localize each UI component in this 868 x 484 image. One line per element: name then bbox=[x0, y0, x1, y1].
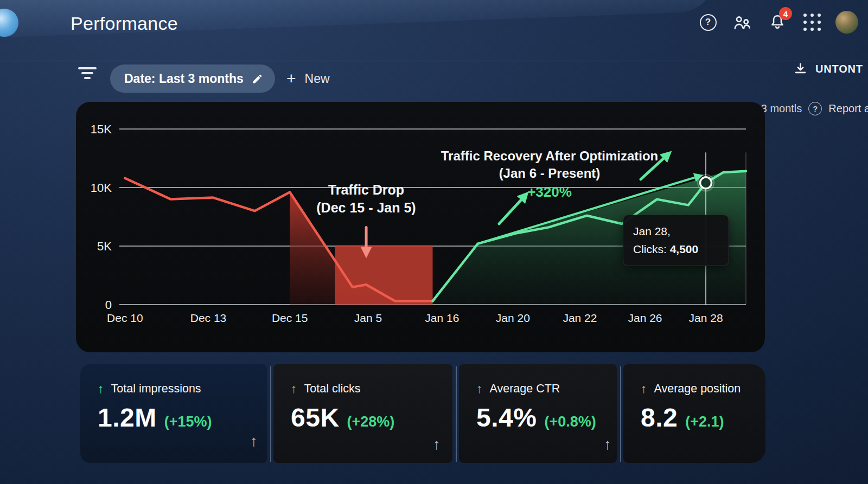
tooltip-metric: Clicks: 4,500 bbox=[633, 241, 719, 259]
card-divider bbox=[270, 366, 271, 462]
help-icon: ? bbox=[700, 14, 717, 31]
metric-change: (+28%) bbox=[347, 414, 395, 430]
metric-value: 1.2M bbox=[98, 403, 157, 433]
metric-cards: ↑ Total impressions 1.2M (+15%) ↑ ↑ Tota… bbox=[80, 364, 765, 463]
corner-up-arrow-icon: ↑ bbox=[604, 436, 611, 453]
new-button-label: New bbox=[305, 72, 330, 86]
export-label: UNTONT bbox=[815, 63, 863, 75]
svg-text:Jan 16: Jan 16 bbox=[425, 312, 459, 324]
up-arrow-icon: ↑ bbox=[98, 382, 104, 396]
header-actions: ? 4 bbox=[697, 11, 858, 34]
up-arrow-icon: ↑ bbox=[291, 382, 297, 396]
help-button[interactable]: ? bbox=[697, 11, 719, 34]
filter-icon[interactable] bbox=[78, 67, 97, 82]
card-total-impressions[interactable]: ↑ Total impressions 1.2M (+15%) ↑ bbox=[80, 364, 267, 463]
page-title: Performance bbox=[71, 13, 178, 34]
tooltip-date: Jan 28, bbox=[633, 223, 719, 241]
svg-text:5K: 5K bbox=[97, 240, 112, 253]
metric-change: (+0.8%) bbox=[544, 414, 596, 430]
svg-text:Jan 28: Jan 28 bbox=[689, 312, 723, 324]
svg-text:Jan 20: Jan 20 bbox=[496, 312, 530, 324]
corner-up-arrow-icon: ↑ bbox=[250, 433, 258, 450]
notifications-button[interactable]: 4 bbox=[766, 11, 789, 34]
apps-button[interactable] bbox=[801, 11, 824, 34]
corner-up-arrow-icon: ↑ bbox=[433, 436, 441, 453]
export-button[interactable]: UNTONT bbox=[793, 62, 863, 76]
card-divider bbox=[456, 366, 457, 462]
performance-chart-card: 15K10K5K0Dec 10Dec 13Dec 15Jan 5Jan 16Ja… bbox=[76, 102, 765, 352]
card-average-position[interactable]: ↑ Average position 8.2 (+2.1) bbox=[623, 364, 765, 463]
user-group-icon bbox=[733, 14, 752, 30]
card-average-ctr[interactable]: ↑ Average CTR 5.4% (+0.8%) ↑ bbox=[459, 364, 617, 463]
notification-badge: 4 bbox=[779, 7, 792, 20]
apps-grid-icon bbox=[803, 14, 821, 31]
svg-text:Dec 13: Dec 13 bbox=[190, 312, 227, 324]
annotation-traffic-recovery: Traffic Recovery After Optimization (Jan… bbox=[425, 147, 674, 202]
pencil-icon[interactable] bbox=[252, 73, 263, 85]
svg-text:Jan 5: Jan 5 bbox=[354, 312, 382, 324]
metric-change: (+15%) bbox=[164, 414, 212, 430]
svg-text:0: 0 bbox=[105, 298, 112, 312]
metric-value: 8.2 bbox=[641, 403, 678, 433]
chart-tooltip: Jan 28, Clicks: 4,500 bbox=[623, 215, 729, 266]
question-icon[interactable]: ? bbox=[808, 102, 822, 115]
date-filter-chip[interactable]: Date: Last 3 months bbox=[110, 64, 275, 93]
svg-text:Dec 10: Dec 10 bbox=[107, 312, 143, 324]
download-icon bbox=[793, 62, 808, 76]
svg-text:15K: 15K bbox=[91, 122, 112, 136]
header-divider bbox=[0, 61, 868, 61]
card-total-clicks[interactable]: ↑ Total clicks 65K (+28%) ↑ bbox=[273, 364, 452, 463]
report-link[interactable]: Report af bbox=[828, 102, 868, 115]
metric-change: (+2.1) bbox=[685, 414, 724, 430]
svg-text:Dec 15: Dec 15 bbox=[272, 312, 308, 324]
new-button[interactable]: + New bbox=[286, 70, 330, 87]
up-arrow-icon: ↑ bbox=[641, 382, 647, 396]
user-group-button[interactable] bbox=[731, 11, 754, 34]
card-divider bbox=[620, 366, 621, 462]
metric-value: 5.4% bbox=[476, 403, 537, 433]
up-arrow-icon: ↑ bbox=[476, 382, 483, 396]
svg-text:Jan 22: Jan 22 bbox=[563, 312, 597, 324]
annotation-traffic-drop: Traffic Drop (Dec 15 - Jan 5) bbox=[285, 181, 448, 217]
date-filter-label: Date: Last 3 months bbox=[124, 72, 244, 86]
avatar[interactable] bbox=[835, 11, 858, 34]
svg-text:10K: 10K bbox=[91, 181, 112, 195]
svg-text:Jan 26: Jan 26 bbox=[628, 312, 662, 324]
plus-icon: + bbox=[286, 70, 296, 87]
metric-value: 65K bbox=[291, 403, 340, 433]
